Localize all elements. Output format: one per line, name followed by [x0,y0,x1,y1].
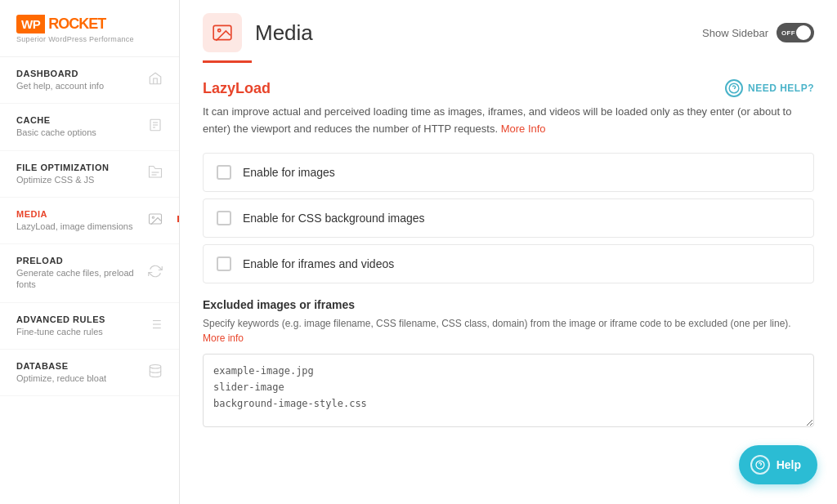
option-row-css-bg: Enable for CSS background images [203,198,814,238]
excluded-title: Excluded images or iframes [203,298,814,311]
enable-css-bg-checkbox[interactable] [217,211,231,225]
file-opt-icon [148,165,163,183]
excluded-section: Excluded images or iframes Specify keywo… [203,298,814,430]
toggle-off-label: OFF [781,29,795,37]
sidebar-item-dashboard[interactable]: DASHBOARD Get help, account info [0,57,179,104]
sidebar: WP ROCKET Superior WordPress Performance… [0,0,180,504]
logo-area: WP ROCKET Superior WordPress Performance [0,0,179,57]
nav-title-cache: CACHE [16,115,141,125]
option-row-iframes: Enable for iframes and videos [203,244,814,283]
nav-subtitle-advanced: Fine-tune cache rules [16,326,141,337]
logo: WP ROCKET [16,15,163,33]
cache-icon [148,118,163,136]
sidebar-item-preload[interactable]: PRELOAD Generate cache files, preload fo… [0,244,179,303]
svg-point-18 [218,29,221,32]
excluded-description: Specify keywords (e.g. image filename, C… [203,316,814,346]
nav-subtitle-database: Optimize, reduce bloat [16,372,141,384]
enable-images-checkbox[interactable] [217,165,231,180]
logo-rocket: ROCKET [48,16,105,33]
need-help-label: NEED HELP? [748,83,814,94]
more-info-link[interactable]: More Info [501,123,546,135]
page-header: Media Show Sidebar OFF [180,0,837,52]
help-btn-icon [750,455,770,475]
nav-title-media: MEDIA [16,209,141,219]
nav-subtitle-preload: Generate cache files, preload fonts [16,267,141,291]
sidebar-item-file-optimization[interactable]: FILE OPTIMIZATION Optimize CSS & JS [0,151,179,198]
nav-title-preload: PRELOAD [16,256,141,265]
media-icon [148,212,163,230]
svg-marker-4 [150,166,162,177]
page-title: Media [255,20,313,46]
nav-subtitle-file-opt: Optimize CSS & JS [16,174,141,185]
sidebar-item-media[interactable]: MEDIA LazyLoad, image dimensions [0,198,179,244]
enable-css-bg-label: Enable for CSS background images [243,212,425,225]
sidebar-item-database[interactable]: DATABASE Optimize, reduce bloat [0,350,179,396]
main-content: Media Show Sidebar OFF LazyLoad NEED HEL… [180,0,837,504]
section-description: It can improve actual and perceived load… [203,104,814,138]
enable-iframes-label: Enable for iframes and videos [243,257,394,270]
help-button[interactable]: Help [739,445,817,484]
database-icon [148,364,163,381]
nav-title-database: DATABASE [16,361,141,371]
sidebar-toggle-switch[interactable]: OFF [777,23,814,42]
enable-images-label: Enable for images [243,166,335,179]
enable-iframes-checkbox[interactable] [217,256,231,271]
nav-title-file-opt: FILE OPTIMIZATION [16,163,141,172]
nav-subtitle-cache: Basic cache options [16,127,141,138]
toggle-knob [796,25,811,40]
help-label: Help [777,458,801,471]
advanced-rules-icon [148,317,163,335]
nav-subtitle-media: LazyLoad, image dimensions [16,221,141,232]
show-sidebar-label: Show Sidebar [702,27,768,39]
content-area: LazyLoad NEED HELP? It can improve actua… [180,63,837,504]
sidebar-item-cache[interactable]: CACHE Basic cache options [0,104,179,150]
section-title: LazyLoad [203,80,271,97]
svg-point-8 [152,216,154,218]
page-icon-wrapper [203,13,242,52]
sidebar-item-advanced-rules[interactable]: ADVANCED RULES Fine-tune cache rules [0,303,179,350]
need-help-icon [725,79,743,97]
section-header: LazyLoad NEED HELP? [203,79,814,97]
excluded-textarea[interactable] [203,354,814,427]
option-row-images: Enable for images [203,153,814,192]
svg-point-16 [150,365,161,369]
excluded-more-info-link[interactable]: More info [203,332,244,344]
sidebar-toggle-area: Show Sidebar OFF [702,23,814,42]
logo-wp: WP [16,15,45,33]
logo-tagline: Superior WordPress Performance [16,35,163,43]
nav-title-dashboard: DASHBOARD [16,69,141,78]
need-help-button[interactable]: NEED HELP? [725,79,814,97]
preload-icon [148,264,163,282]
nav-title-advanced: ADVANCED RULES [16,314,141,324]
nav-subtitle-dashboard: Get help, account info [16,80,141,91]
media-page-icon [212,22,233,43]
home-icon [148,71,163,89]
page-title-area: Media [203,13,313,52]
